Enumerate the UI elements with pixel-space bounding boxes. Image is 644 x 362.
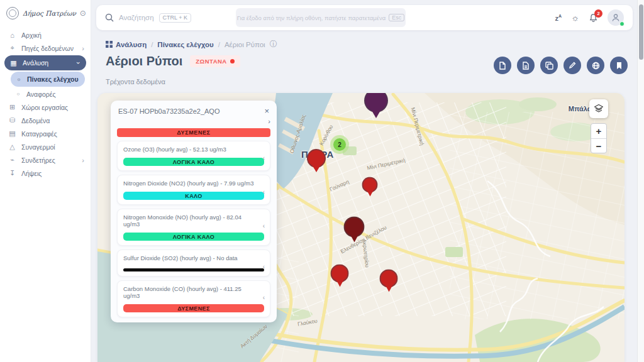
connector-icon: ⌁	[8, 156, 16, 164]
chevron-left-icon[interactable]: ‹	[263, 155, 265, 162]
copy-icon	[545, 62, 553, 70]
edit-button[interactable]	[564, 57, 581, 74]
breadcrumb: Ανάλυση / Πίνακες ελέγχου / Αέριοι Ρύποι…	[106, 39, 277, 50]
pencil-icon	[569, 62, 576, 69]
station-next-chevron[interactable]: ›	[268, 118, 270, 125]
translate-button[interactable]: zA	[555, 14, 562, 22]
logo-text: Δήμος Πατρέων	[23, 9, 76, 17]
export-file-button[interactable]	[494, 57, 511, 74]
sidebar-item-workspaces[interactable]: ⊞ Χώροι εργασίας	[0, 101, 91, 114]
fullscreen-toast: Για έξοδο από την πλήρη οθόνη, πατήστε π…	[236, 8, 406, 27]
theme-toggle-button[interactable]: ☼	[571, 13, 579, 23]
cluster-count: 2	[333, 138, 346, 151]
sidebar-item-analysis[interactable]: ▦ Ανάλυση ›	[4, 55, 86, 70]
status-bar-no-data	[123, 268, 264, 272]
page-title: Αέριοι Ρύποι	[106, 54, 182, 69]
user-avatar[interactable]	[608, 9, 624, 26]
search-input[interactable]: Αναζήτηση CTRL + K	[105, 13, 191, 23]
breadcrumb-current: Αέριοι Ρύποι	[225, 41, 265, 48]
pollutant-card-ozone[interactable]: Ozone (O3) (hourly avg) - 52.13 ug/m3 ‹ …	[117, 141, 270, 171]
station-card: ES-07 HOPb0a73235a2e2_AQO × › ΔΥΣΜΕΝΕΣ O…	[111, 101, 277, 322]
pollutant-card-no[interactable]: Nitrogen Monoxide (NO) (hourly avg) - 82…	[117, 209, 270, 246]
layers-icon	[594, 104, 604, 114]
web-share-button[interactable]	[587, 57, 604, 74]
pollutant-card-so2[interactable]: Sulfur Dioxide (SO2) (hourly avg) - No d…	[117, 250, 270, 277]
zoom-in-button[interactable]: +	[591, 124, 606, 138]
chevron-right-icon: ›	[82, 156, 84, 164]
search-icon	[105, 13, 114, 22]
status-badge: ΛΟΓΙΚΑ ΚΑΛΟ	[123, 233, 264, 241]
person-icon	[611, 13, 620, 22]
station-title: ES-07 HOPb0a73235a2e2_AQO	[118, 107, 219, 115]
map[interactable]: ΠΑΤΡΑ Μπάλας Οθωνος-ΑμαλίαςΚορίνθουΜίνι …	[97, 93, 625, 362]
page-subtitle: Τρέχοντα δεδομένα	[106, 78, 165, 85]
breadcrumb-analysis[interactable]: Ανάλυση	[106, 41, 147, 48]
zoom-out-button[interactable]: −	[591, 138, 606, 153]
duplicate-button[interactable]	[540, 57, 558, 74]
sidebar-collapse-icon[interactable]: ⊙	[80, 9, 87, 18]
chevron-right-icon: ›	[82, 45, 84, 52]
bookmark-button[interactable]	[610, 57, 628, 74]
grid-icon: ▦	[9, 59, 18, 67]
file-text-icon	[522, 62, 530, 70]
notification-badge: 2	[594, 9, 602, 18]
sidebar-item-data-sources[interactable]: ⌖ Πηγές δεδομένων ›	[0, 41, 91, 55]
close-icon[interactable]: ×	[264, 107, 269, 115]
breadcrumb-dashboards[interactable]: Πίνακες ελέγχου	[157, 41, 213, 48]
home-icon: ⌂	[8, 31, 16, 39]
sidebar-item-reports[interactable]: ○ Αναφορές	[0, 87, 91, 101]
map-layers-button[interactable]	[589, 99, 608, 118]
database-icon: ⛁	[8, 116, 16, 124]
marker-cluster[interactable]: 2	[330, 135, 349, 154]
status-badge: ΚΑΛΟ	[123, 192, 264, 200]
search-placeholder: Αναζήτηση	[119, 14, 154, 21]
map-marker-red[interactable]	[307, 149, 326, 168]
notifications-button[interactable]: 2	[589, 13, 598, 23]
chevron-left-icon[interactable]: ‹	[263, 222, 265, 229]
workspaces-icon: ⊞	[8, 103, 16, 111]
sidebar-item-alarms[interactable]: △ Συναγερμοί	[0, 140, 91, 153]
status-badge: ΛΟΓΙΚΑ ΚΑΛΟ	[123, 158, 264, 166]
search-shortcut-badge: CTRL + K	[159, 13, 191, 23]
station-overall-status: ΔΥΣΜΕΝΕΣ	[117, 128, 270, 137]
page-scrollbar	[637, 0, 644, 362]
map-marker-red[interactable]	[380, 270, 398, 288]
dashboard-icon	[106, 41, 113, 48]
sidebar: Δήμος Πατρέων ⊙ ⌂ Αρχική ⌖ Πηγές δεδομέν…	[0, 0, 91, 362]
scrollbar-thumb[interactable]	[639, 4, 643, 60]
chevron-left-icon[interactable]: ‹	[263, 189, 265, 195]
status-badge: ΔΥΣΜΕΝΕΣ	[123, 304, 264, 312]
sidebar-item-connectors[interactable]: ⌁ Συνδετήρες ›	[0, 153, 91, 167]
chevron-left-icon[interactable]: ‹	[263, 263, 265, 270]
file-icon	[499, 62, 506, 70]
esc-key-badge: Esc	[389, 14, 404, 21]
live-badge: ΖΩΝΤΑΝΑ	[190, 55, 240, 67]
antenna-icon: ⌖	[8, 44, 16, 52]
sidebar-item-data[interactable]: ⛁ Δεδομένα	[0, 114, 91, 127]
map-zoom-control: + −	[591, 123, 607, 153]
live-dot	[230, 59, 235, 63]
download-icon: ↧	[8, 169, 16, 177]
map-marker-red[interactable]	[362, 177, 378, 193]
chevron-down-icon: ›	[75, 62, 82, 64]
sidebar-item-dashboards[interactable]: ○ Πίνακες ελέγχου	[11, 72, 85, 87]
sidebar-item-home[interactable]: ⌂ Αρχική	[0, 28, 91, 41]
map-marker-dark-red[interactable]	[344, 217, 365, 238]
sun-icon: ☼	[571, 13, 579, 23]
alert-triangle-icon: △	[8, 143, 16, 151]
globe-icon	[592, 62, 600, 70]
map-marker-red[interactable]	[331, 265, 349, 283]
sidebar-item-logs[interactable]: ▤ Καταγραφές	[0, 127, 91, 140]
bullet-icon: ○	[15, 91, 21, 97]
municipality-logo	[6, 7, 19, 19]
page-toolbar	[494, 57, 628, 74]
pollutant-card-co[interactable]: Carbon Monoxide (CO) (hourly avg) - 411.…	[117, 280, 270, 317]
online-status-dot	[619, 21, 625, 26]
sidebar-item-downloads[interactable]: ↧ Λήψεις	[0, 167, 91, 180]
export-report-button[interactable]	[517, 57, 535, 74]
chevron-left-icon[interactable]: ‹	[263, 294, 265, 301]
pollutant-card-no2[interactable]: Nitrogen Dioxide (NO2) (hourly avg) - 7.…	[117, 175, 270, 205]
top-bar: Αναζήτηση CTRL + K Για έξοδο από την πλή…	[96, 5, 633, 30]
document-icon: ▤	[8, 129, 16, 138]
info-icon[interactable]: ⓘ	[270, 39, 277, 50]
